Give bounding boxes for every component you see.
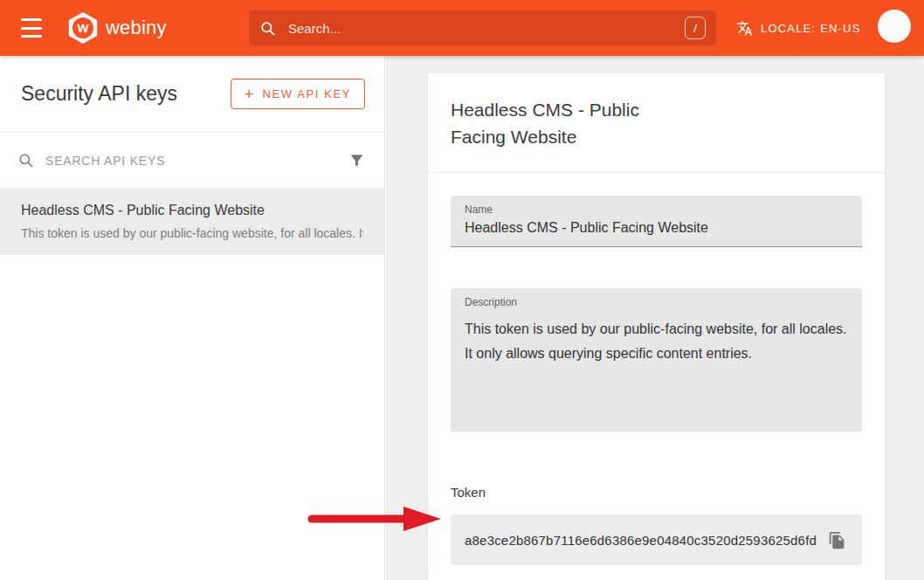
webiny-logo[interactable]: w webiny: [67, 12, 167, 44]
locale-selector[interactable]: LOCALE: EN-US: [736, 0, 861, 56]
token-value: a8e3ce2b867b7116e6d6386e9e04840c3520d259…: [465, 533, 817, 548]
new-api-key-button[interactable]: + NEW API KEY: [231, 79, 365, 109]
detail-title: Headless CMS - Public Facing Website: [428, 73, 681, 172]
filter-icon: [348, 152, 365, 169]
plus-icon: +: [245, 88, 254, 100]
api-keys-search-input[interactable]: [45, 154, 347, 168]
global-search-input[interactable]: [288, 21, 685, 36]
api-key-list-item[interactable]: Headless CMS - Public Facing Website Thi…: [0, 189, 384, 255]
api-keys-search-row: [0, 133, 384, 189]
name-field-value: Headless CMS - Public Facing Website: [465, 220, 848, 236]
search-shortcut-key: /: [685, 17, 706, 39]
new-api-key-button-label: NEW API KEY: [263, 87, 351, 100]
description-field-value: This token is used by our public-facing …: [465, 317, 848, 366]
api-key-detail-card: Headless CMS - Public Facing Website Nam…: [428, 73, 885, 580]
token-label: Token: [451, 485, 862, 500]
webiny-wordmark: webiny: [106, 17, 167, 39]
search-icon: [259, 20, 276, 37]
copy-token-button[interactable]: [826, 529, 848, 551]
api-key-item-title: Headless CMS - Public Facing Website: [21, 203, 363, 218]
page-title: Security API keys: [21, 82, 177, 106]
search-icon: [17, 152, 34, 169]
description-field[interactable]: Description This token is used by our pu…: [451, 288, 862, 432]
webiny-logo-letter: w: [72, 17, 93, 38]
detail-area: Headless CMS - Public Facing Website Nam…: [386, 56, 924, 580]
token-box: a8e3ce2b867b7116e6d6386e9e04840c3520d259…: [451, 514, 862, 565]
api-key-form: Name Headless CMS - Public Facing Websit…: [428, 173, 885, 580]
topbar: w webiny / LOCALE: EN-US: [0, 0, 924, 56]
locale-label: LOCALE: EN-US: [761, 22, 861, 35]
global-search-bar[interactable]: /: [249, 10, 716, 45]
user-avatar[interactable]: [878, 10, 911, 43]
description-field-label: Description: [465, 296, 848, 308]
name-field[interactable]: Name Headless CMS - Public Facing Websit…: [451, 196, 862, 247]
copy-icon: [828, 531, 846, 549]
filter-button[interactable]: [347, 150, 367, 170]
name-field-label: Name: [465, 204, 848, 216]
api-keys-list-panel: Security API keys + NEW API KEY Headless…: [0, 56, 385, 580]
webiny-logo-icon: w: [67, 12, 99, 44]
translate-icon: [736, 20, 753, 37]
api-key-item-description: This token is used by our public-facing …: [21, 226, 363, 240]
list-panel-header: Security API keys + NEW API KEY: [0, 56, 384, 133]
menu-icon[interactable]: [21, 18, 42, 38]
